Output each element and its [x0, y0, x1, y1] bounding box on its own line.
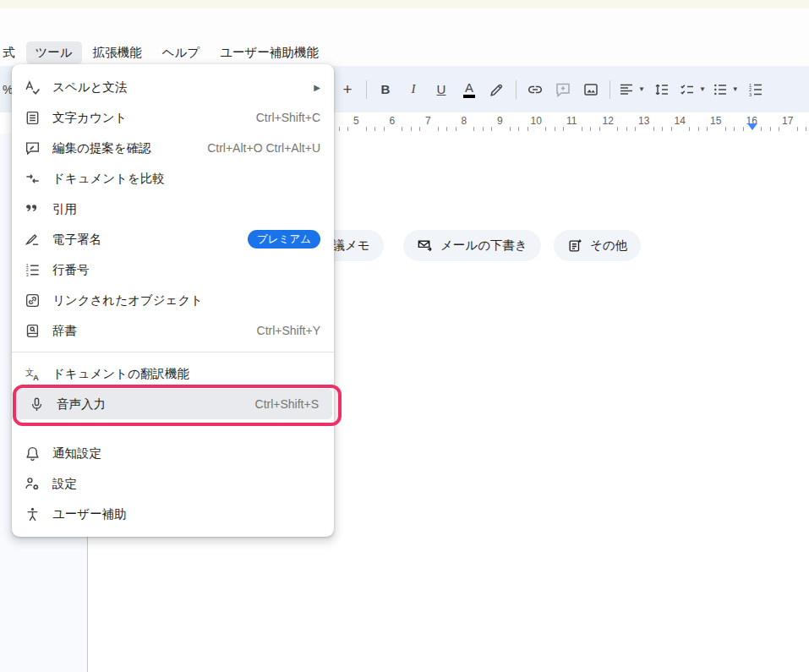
menu-item-compare-documents[interactable]: ドキュメントを比較 [12, 163, 334, 194]
bold-button[interactable]: B [374, 77, 396, 102]
bullet-list-icon [712, 81, 729, 98]
signature-icon [24, 231, 41, 248]
menu-item-spelling-grammar[interactable]: スペルと文法 ▶ [12, 72, 334, 102]
menu-item-citations[interactable]: 引用 [12, 194, 334, 224]
compare-documents-icon [24, 170, 41, 187]
menu-item-label: 通知設定 [52, 445, 101, 462]
ruler-number: 17 [782, 115, 793, 127]
ruler-number: 8 [462, 115, 467, 127]
menu-item-line-numbers[interactable]: 1 2 3 行番号 [12, 254, 334, 285]
menu-item-preferences[interactable]: 設定 [12, 468, 334, 499]
menubar-item-accessibility[interactable]: ユーザー補助機能 [210, 41, 328, 64]
line-spacing-button[interactable] [651, 77, 673, 102]
chevron-down-icon: ▼ [699, 85, 706, 93]
ruler-number: 15 [710, 115, 721, 127]
menu-section-gap [12, 419, 334, 438]
menu-item-label: ドキュメントの翻訳機能 [52, 366, 189, 382]
menu-item-word-count[interactable]: 文字カウント Ctrl+Shift+C [12, 102, 334, 133]
menu-item-notification-settings[interactable]: 通知設定 [12, 438, 334, 468]
checklist-button[interactable]: ▼ [679, 77, 706, 102]
menubar-item-tools[interactable]: ツール [26, 41, 82, 64]
insert-link-button[interactable] [524, 77, 546, 102]
chip-label: メールの下書き [440, 238, 527, 254]
menu-item-label: 引用 [52, 201, 77, 217]
ruler-tick [483, 127, 484, 131]
svg-text:3: 3 [25, 271, 28, 276]
menu-item-label: 辞書 [52, 323, 77, 339]
ruler-number: 6 [390, 115, 396, 127]
bell-icon [24, 445, 41, 462]
chip-more-templates[interactable]: その他 [554, 230, 641, 261]
ruler-tick [366, 127, 367, 131]
menubar-item-format-partial[interactable]: 式 [0, 41, 25, 64]
menu-item-shortcut: Ctrl+Alt+O Ctrl+Alt+U [207, 141, 320, 155]
line-spacing-icon [653, 81, 670, 98]
ruler-tick [582, 127, 582, 131]
menu-item-voice-typing[interactable]: 音声入力 Ctrl+Shift+S [16, 389, 332, 419]
menubar-item-extensions[interactable]: 拡張機能 [84, 41, 151, 64]
ruler-tick [806, 127, 806, 131]
ruler-number: 5 [353, 115, 359, 127]
chevron-down-icon: ▼ [732, 85, 739, 93]
ruler-tick [662, 127, 663, 131]
chip-email-draft[interactable]: メールの下書き [403, 230, 541, 261]
menubar-item-help[interactable]: ヘルプ [153, 41, 210, 64]
menu-item-translate-document[interactable]: 文 A ドキュメントの翻訳機能 [12, 358, 334, 389]
menu-item-linked-objects[interactable]: リンクされたオブジェクト [12, 285, 334, 315]
text-color-button[interactable]: A [458, 77, 480, 102]
menu-item-label: 行番号 [52, 262, 90, 278]
chevron-down-icon: ▼ [638, 85, 645, 93]
toolbar-separator [609, 80, 610, 99]
ruler-tick [626, 127, 627, 131]
email-draft-icon [417, 238, 433, 254]
ruler-tick [743, 127, 744, 131]
person-gear-icon [24, 475, 41, 492]
svg-text:A: A [32, 373, 38, 382]
ruler-tick [653, 127, 654, 131]
highlight-color-button[interactable] [486, 77, 508, 102]
browser-top-strip [0, 0, 809, 8]
ruler-tick [590, 127, 591, 131]
dictionary-icon [24, 322, 41, 339]
menu-item-accessibility[interactable]: ユーザー補助 [12, 499, 334, 529]
ruler-tick [797, 127, 798, 131]
ruler-number: 13 [638, 115, 649, 127]
underline-button[interactable]: U [430, 77, 452, 102]
ruler-tick [725, 127, 726, 131]
ruler-tick [599, 127, 600, 131]
numbered-list-button[interactable]: 1 2 3 [745, 77, 767, 102]
ruler-tick [527, 127, 528, 131]
menu-item-review-suggested-edits[interactable]: 編集の提案を確認 Ctrl+Alt+O Ctrl+Alt+U [12, 133, 334, 163]
align-left-icon [618, 81, 635, 98]
font-size-increase-button[interactable]: + [336, 77, 358, 102]
align-button[interactable]: ▼ [618, 77, 645, 102]
ruler-tick [339, 127, 340, 131]
menu-item-esignature[interactable]: 電子署名 プレミアム [12, 224, 334, 254]
ruler-tick [689, 127, 690, 131]
ruler-tick [402, 127, 402, 131]
translate-icon: 文 A [24, 365, 41, 382]
menu-divider [12, 352, 334, 352]
ruler-number: 11 [566, 115, 577, 127]
quote-icon [24, 200, 41, 217]
ruler-number: 7 [425, 115, 431, 127]
ruler-tick [419, 127, 420, 131]
menu-item-dictionary[interactable]: 辞書 Ctrl+Shift+Y [12, 315, 334, 346]
menu-item-shortcut: Ctrl+Shift+C [256, 111, 320, 124]
italic-button[interactable]: I [402, 77, 424, 102]
word-count-icon [24, 109, 41, 126]
premium-badge: プレミアム [248, 230, 320, 249]
bullet-list-button[interactable]: ▼ [712, 77, 739, 102]
chip-label: その他 [590, 238, 627, 254]
highlight-pen-icon [489, 81, 506, 98]
microphone-icon [28, 396, 45, 412]
ruler-tick [617, 127, 618, 131]
add-comment-button[interactable] [552, 77, 574, 102]
menu-item-label: 編集の提案を確認 [52, 140, 151, 156]
ruler-tick [438, 127, 439, 131]
insert-image-button[interactable] [580, 77, 602, 102]
indent-marker[interactable] [747, 123, 757, 130]
ruler-tick [374, 127, 375, 131]
ruler-tick [734, 127, 735, 131]
ruler-tick [411, 127, 412, 131]
